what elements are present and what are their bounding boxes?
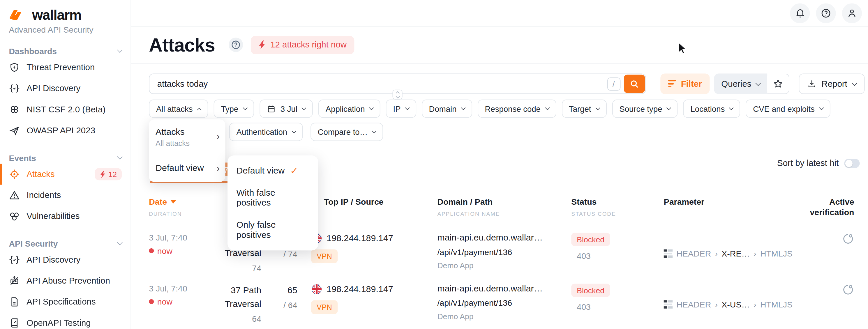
cell-domain-path: main-api.eu.demo.wallar… /api/v1/payment… (437, 233, 571, 274)
chip-type[interactable]: Type (214, 100, 254, 118)
chevron-down-icon (243, 105, 247, 110)
chip-locations[interactable]: Locations (683, 100, 740, 118)
search-icon (629, 79, 639, 89)
ip-address[interactable]: 198.244.189.147 (327, 284, 393, 294)
topbar (131, 0, 868, 27)
menu-item-attacks[interactable]: Attacks All attacks › (149, 123, 225, 151)
blocked-badge: Blocked (571, 284, 610, 297)
cell-active-verification[interactable] (810, 233, 854, 274)
col-date[interactable]: Date DURATION (149, 197, 194, 218)
braces-check-icon (9, 83, 20, 94)
sidebar-item-vulnerabilities[interactable]: Vulnerabilities (0, 205, 131, 227)
notifications-button[interactable] (790, 3, 810, 23)
chip-date[interactable]: 3 Jul (259, 100, 313, 118)
bell-icon (795, 8, 805, 18)
domain[interactable]: main-api.eu.demo.wallar… (437, 233, 571, 243)
brand-subtitle: Advanced API Security (0, 25, 131, 34)
submenu-item-only-false-positives[interactable]: Only false positives (227, 214, 318, 246)
vpn-badge[interactable]: VPN (311, 250, 338, 263)
sidebar-item-openapi-testing[interactable]: OpenAPI Testing (0, 312, 131, 329)
check-icon: ✓ (290, 166, 298, 175)
sidebar-item-threat-prevention[interactable]: Threat Prevention (0, 57, 131, 78)
brand-name: wallarm (32, 7, 81, 23)
chevron-right-icon: › (753, 249, 756, 258)
brand[interactable]: wallarm (0, 7, 131, 23)
cell-parameter[interactable]: HEADER › X-RE… › HTMLJS (664, 233, 810, 274)
chip-compare-to[interactable]: Compare to… (310, 123, 383, 141)
filter-button[interactable]: Filter (660, 74, 710, 94)
sidebar-item-attacks[interactable]: Attacks 12 (0, 164, 131, 185)
cell-parameter[interactable]: HEADER › X-US… › HTMLJS (664, 284, 810, 325)
cell-hits: 65 / 64 (261, 284, 298, 325)
vpn-badge[interactable]: VPN (311, 300, 338, 314)
filter-chip-row-2: Authentication Compare to… (229, 123, 383, 141)
queries-control: Queries (714, 74, 789, 94)
attacks-count-badge: 12 (95, 168, 122, 180)
path[interactable]: /api/v1/payment/136 (437, 247, 571, 257)
chevron-down-icon (666, 105, 671, 110)
sidebar-item-incidents[interactable]: Incidents (0, 185, 131, 205)
status-code: 403 (577, 251, 663, 260)
domain[interactable]: main-api.eu.demo.wallar… (437, 284, 571, 294)
chevron-right-icon: › (217, 163, 220, 174)
sidebar-section-events[interactable]: Events (0, 152, 131, 164)
menu-item-default-view[interactable]: Default view › (149, 159, 225, 177)
page-help-button[interactable] (229, 38, 243, 52)
header-lines-icon (664, 300, 673, 308)
submenu-item-with-false-positives[interactable]: With false positives (227, 182, 318, 214)
calendar-icon (267, 104, 275, 113)
col-active-verification: Active verification (810, 197, 854, 218)
bolt-icon (100, 171, 106, 178)
user-icon (846, 7, 858, 19)
sidebar-item-nist-csf[interactable]: NIST CSF 2.0 (Beta) (0, 99, 131, 120)
search-button[interactable] (624, 74, 645, 93)
filter-icon (668, 80, 676, 88)
chip-cve-exploits[interactable]: CVE and exploits (746, 100, 830, 118)
sort-toggle[interactable] (844, 158, 860, 168)
search-expander-handle[interactable] (392, 90, 402, 100)
live-dot-icon (149, 249, 154, 253)
chip-response-code[interactable]: Response code (478, 100, 556, 118)
chip-domain[interactable]: Domain (422, 100, 472, 118)
chevron-down-icon (461, 105, 465, 110)
header-lines-icon (664, 250, 673, 258)
table-row[interactable]: 3 Jul, 7:40 now 37 Path Traversal 64 65 … (149, 284, 854, 325)
cell-active-verification[interactable] (810, 284, 854, 325)
mouse-cursor (678, 42, 687, 54)
chevron-down-icon (372, 129, 377, 133)
help-button[interactable] (816, 3, 836, 23)
sidebar-item-api-discovery[interactable]: API Discovery (0, 78, 131, 99)
sidebar-section-dashboards[interactable]: Dashboards (0, 45, 131, 57)
sidebar: wallarm Advanced API Security Dashboards… (0, 0, 131, 329)
chip-application[interactable]: Application (318, 100, 380, 118)
sidebar-item-api-abuse-prevention[interactable]: API Abuse Prevention (0, 270, 131, 291)
bolt-icon (259, 40, 266, 49)
submenu-item-default-view[interactable]: Default view ✓ (227, 160, 318, 182)
sidebar-item-api-specifications[interactable]: API Specifications (0, 291, 131, 312)
cell-date: 3 Jul, 7:40 now (149, 284, 194, 325)
chevron-right-icon: › (715, 300, 718, 309)
shield-bolt-icon (9, 62, 20, 73)
chip-source-type[interactable]: Source type (612, 100, 678, 118)
account-button[interactable] (842, 3, 862, 23)
chevron-down-icon (729, 105, 734, 110)
chip-authentication[interactable]: Authentication (229, 123, 303, 141)
attacks-now-badge[interactable]: 12 attacks right now (251, 35, 354, 54)
search-input[interactable] (157, 79, 607, 89)
toggle-knob (845, 160, 852, 167)
sidebar-item-api-discovery-2[interactable]: API Discovery (0, 250, 131, 270)
chevron-down-icon (302, 105, 306, 110)
ip-address[interactable]: 198.244.189.147 (327, 233, 393, 243)
sidebar-item-owasp-api[interactable]: OWASP API 2023 (0, 120, 131, 141)
braces-check-icon (9, 255, 20, 266)
chip-all-attacks[interactable]: All attacks (149, 100, 208, 118)
sort-by-latest-hit: Sort by latest hit (777, 158, 860, 168)
favorite-query-button[interactable] (768, 74, 789, 94)
queries-dropdown[interactable]: Queries (714, 74, 768, 94)
report-button[interactable]: Report (799, 74, 864, 94)
sort-desc-icon (170, 200, 176, 203)
chip-target[interactable]: Target (562, 100, 607, 118)
sidebar-section-api-security[interactable]: API Security (0, 237, 131, 250)
chip-ip[interactable]: IP (386, 100, 416, 118)
path[interactable]: /api/v1/payment/136 (437, 298, 571, 307)
